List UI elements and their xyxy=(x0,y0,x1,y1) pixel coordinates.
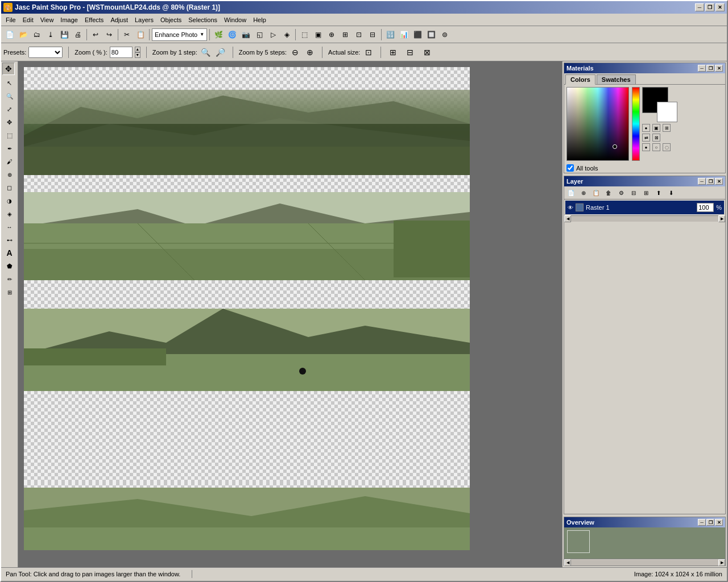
minimize-button[interactable]: ─ xyxy=(695,3,704,11)
import-button[interactable]: ⤓ xyxy=(44,28,57,41)
tool-btn-11[interactable]: ⊡ xyxy=(353,28,365,41)
tab-colors[interactable]: Colors xyxy=(565,74,595,85)
layer-opacity-input[interactable] xyxy=(697,203,714,212)
tool-btn-1[interactable]: 🌿 xyxy=(212,28,225,41)
overview-scroll-track[interactable] xyxy=(571,560,718,566)
tool-text[interactable]: A xyxy=(3,247,16,259)
layers-restore-btn[interactable]: ❐ xyxy=(706,178,714,185)
zoom1-plus-button[interactable]: 🔎 xyxy=(214,46,227,59)
background-swatch[interactable] xyxy=(657,102,677,122)
tool-btn-10[interactable]: ⊞ xyxy=(339,28,351,41)
fg-transparent-icon[interactable]: ◌ xyxy=(663,143,671,151)
layer-group-btn[interactable]: ⊞ xyxy=(640,188,652,198)
menu-effects[interactable]: Effects xyxy=(81,15,107,24)
new-button[interactable]: 📄 xyxy=(3,28,16,41)
zoom5-plus-button[interactable]: ⊕ xyxy=(304,46,316,59)
layer-item-raster1[interactable]: 👁 Raster 1 % xyxy=(565,201,724,214)
menu-image[interactable]: Image xyxy=(57,15,81,24)
copy-button[interactable]: 📋 xyxy=(134,28,147,41)
tool-btn-9[interactable]: ⊕ xyxy=(325,28,338,41)
layer-merge-btn[interactable]: ⊟ xyxy=(628,188,639,198)
overview-restore-btn[interactable]: ❐ xyxy=(706,519,714,526)
tool-arrow[interactable]: ↖ xyxy=(3,77,16,89)
tool-sharpen[interactable]: ◈ xyxy=(3,207,16,220)
bg-solid-icon[interactable]: ○ xyxy=(652,143,660,151)
tool-btn-3[interactable]: 📷 xyxy=(239,28,252,41)
print-button[interactable]: 🖨 xyxy=(72,28,84,41)
tool-push[interactable]: ↔ xyxy=(3,221,16,233)
tool-fill[interactable]: ⬟ xyxy=(3,260,16,272)
menu-edit[interactable]: Edit xyxy=(19,15,37,24)
open-button[interactable]: 📂 xyxy=(17,28,30,41)
menu-selections[interactable]: Selections xyxy=(185,15,221,24)
layer-arrange-down-btn[interactable]: ⬇ xyxy=(665,188,677,198)
menu-objects[interactable]: Objects xyxy=(157,15,185,24)
tool-pan[interactable]: ✥ xyxy=(2,63,15,75)
zoom-input[interactable] xyxy=(110,47,133,58)
tool-preset[interactable]: ⊞ xyxy=(3,286,16,298)
materials-close-btn[interactable]: ✕ xyxy=(715,65,723,72)
overview-scroll-left[interactable]: ◀ xyxy=(564,559,571,566)
fit-window-button[interactable]: ⊠ xyxy=(421,46,433,59)
fit-width-button[interactable]: ⊞ xyxy=(387,46,399,59)
tool-btn-12[interactable]: ⊟ xyxy=(366,28,379,41)
zoom1-minus-button[interactable]: 🔍 xyxy=(200,46,212,59)
canvas-area[interactable] xyxy=(18,61,562,567)
fg-solid-icon[interactable]: ● xyxy=(642,143,650,151)
all-tools-checkbox[interactable] xyxy=(566,164,574,172)
layer-new-btn[interactable]: 📄 xyxy=(565,188,577,198)
reset-icon[interactable]: ⊠ xyxy=(652,134,660,142)
tool-btn-4[interactable]: ◱ xyxy=(253,28,266,41)
overview-scroll-right[interactable]: ▶ xyxy=(718,559,725,566)
redo-button[interactable]: ↪ xyxy=(103,28,115,41)
zoom-down-button[interactable]: ▼ xyxy=(135,52,140,58)
tool-eraser[interactable]: ◻ xyxy=(3,181,16,194)
menu-help[interactable]: Help xyxy=(250,15,270,24)
layer-paste-btn[interactable]: 📋 xyxy=(590,188,602,198)
presets-select[interactable] xyxy=(28,47,63,58)
fit-height-button[interactable]: ⊟ xyxy=(404,46,416,59)
layers-scroll-left[interactable]: ◀ xyxy=(564,215,571,222)
tool-paint-brush[interactable]: 🖌 xyxy=(3,155,16,168)
tool-btn-6[interactable]: ◈ xyxy=(280,28,293,41)
layer-prop-btn[interactable]: ⚙ xyxy=(615,188,627,198)
tool-sel-rect[interactable]: ⬚ xyxy=(3,129,16,142)
tool-dodge[interactable]: ◑ xyxy=(3,194,16,207)
close-button[interactable]: ✕ xyxy=(715,3,725,11)
solid-color-icon[interactable]: ● xyxy=(642,124,650,132)
materials-restore-btn[interactable]: ❐ xyxy=(706,65,714,72)
tool-zoom[interactable]: 🔍 xyxy=(3,90,16,102)
restore-button[interactable]: ❐ xyxy=(705,3,714,11)
menu-layers[interactable]: Layers xyxy=(131,15,157,24)
save-button[interactable]: 💾 xyxy=(58,28,71,41)
tool-btn-2[interactable]: 🌀 xyxy=(226,28,238,41)
tool-btn-16[interactable]: 🔲 xyxy=(425,28,437,41)
layers-minimize-btn[interactable]: ─ xyxy=(698,178,706,185)
tool-deform[interactable]: ⤢ xyxy=(3,103,16,115)
actual-size-button[interactable]: ⊡ xyxy=(362,46,375,59)
tool-clone[interactable]: ⊕ xyxy=(3,168,16,181)
tool-warp[interactable]: ⊷ xyxy=(3,234,16,246)
tool-btn-8[interactable]: ▣ xyxy=(312,28,324,41)
tool-btn-13[interactable]: 🔢 xyxy=(384,28,396,41)
gradient-icon[interactable]: ▣ xyxy=(652,124,660,132)
layers-scroll-right[interactable]: ▶ xyxy=(718,215,725,222)
menu-adjust[interactable]: Adjust xyxy=(107,15,131,24)
layer-copy-btn[interactable]: ⊕ xyxy=(578,188,589,198)
tool-btn-15[interactable]: ⬛ xyxy=(411,28,424,41)
layer-delete-btn[interactable]: 🗑 xyxy=(603,188,614,198)
tool-btn-17[interactable]: ⊚ xyxy=(439,28,451,41)
tool-dropper[interactable]: ✒ xyxy=(3,142,16,155)
layers-close-btn[interactable]: ✕ xyxy=(715,178,723,185)
zoom-up-button[interactable]: ▲ xyxy=(135,47,140,52)
tool-btn-7[interactable]: ⬚ xyxy=(298,28,311,41)
swap-icon[interactable]: ⇄ xyxy=(642,134,650,142)
overview-minimize-btn[interactable]: ─ xyxy=(698,519,706,526)
rainbow-slider[interactable] xyxy=(632,87,640,161)
tool-move[interactable]: ✥ xyxy=(3,116,16,128)
menu-file[interactable]: File xyxy=(2,15,19,24)
undo-button[interactable]: ↩ xyxy=(89,28,102,41)
zoom5-minus-button[interactable]: ⊖ xyxy=(289,46,301,59)
cut-button[interactable]: ✂ xyxy=(121,28,133,41)
menu-view[interactable]: View xyxy=(37,15,57,24)
